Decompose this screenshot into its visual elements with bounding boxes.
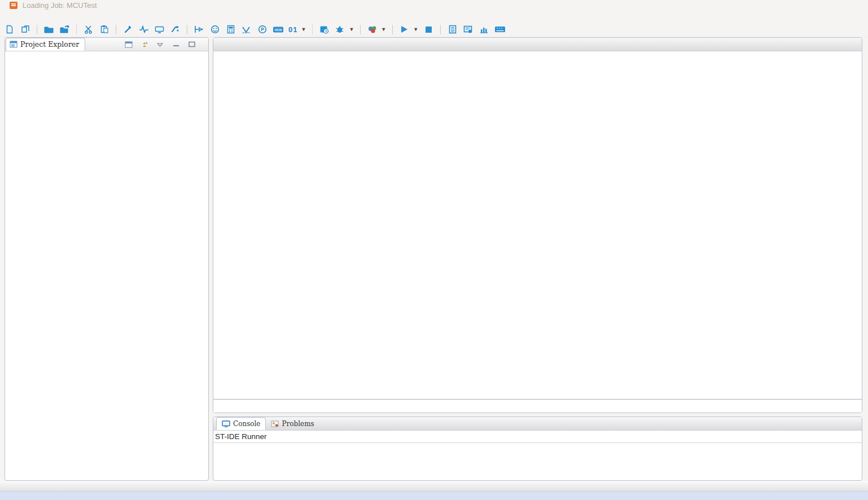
calculator-icon[interactable] bbox=[225, 24, 236, 35]
signal-route-icon[interactable] bbox=[170, 24, 181, 35]
calipers-icon[interactable] bbox=[194, 24, 204, 35]
monitor-icon[interactable] bbox=[154, 24, 165, 35]
toolbar-separator bbox=[187, 25, 187, 34]
smiley-icon[interactable] bbox=[209, 24, 220, 35]
waveform-icon[interactable] bbox=[138, 24, 149, 35]
resources-icon[interactable] bbox=[367, 24, 378, 35]
config-view-icon[interactable] bbox=[463, 24, 474, 35]
wafer-check-icon[interactable] bbox=[241, 24, 252, 35]
svg-text:VCD: VCD bbox=[274, 28, 282, 32]
maximize-icon[interactable] bbox=[187, 40, 196, 49]
view-menu-icon[interactable] bbox=[156, 40, 164, 49]
toolbar-separator bbox=[312, 25, 313, 34]
main-toolbar: P VCD 01 ▼ ▼ ▼ ▼ bbox=[0, 22, 868, 37]
project-explorer-panel: Project Explorer bbox=[5, 37, 209, 481]
pattern-counter-caret-icon[interactable]: ▼ bbox=[301, 27, 306, 32]
toolbar-separator bbox=[116, 25, 116, 34]
console-output bbox=[213, 443, 862, 445]
menubar bbox=[0, 10, 868, 22]
window-title: Loading Job: MCUTest bbox=[23, 1, 97, 10]
editor-content bbox=[213, 51, 862, 413]
toolbar-separator bbox=[37, 25, 37, 34]
status-bar bbox=[0, 481, 868, 491]
debug-bug-icon[interactable] bbox=[335, 24, 345, 35]
cut-icon[interactable] bbox=[83, 24, 94, 35]
toolbar-separator bbox=[360, 25, 361, 34]
scheduler-icon[interactable] bbox=[319, 24, 330, 35]
focus-view-icon[interactable] bbox=[124, 40, 133, 49]
titlebar: Loading Job: MCUTest bbox=[0, 0, 868, 10]
sheet-tabs bbox=[213, 399, 862, 413]
toolbar-separator bbox=[76, 25, 77, 34]
bottom-strip bbox=[0, 491, 868, 500]
chart-view-icon[interactable] bbox=[479, 24, 489, 35]
console-panel: Console Problems ST-IDE Runner bbox=[213, 416, 862, 481]
console-tabstrip: Console Problems bbox=[213, 417, 862, 431]
tab-project-explorer[interactable]: Project Explorer bbox=[6, 38, 85, 51]
console-runner-label: ST-IDE Runner bbox=[213, 431, 862, 443]
project-tree bbox=[5, 51, 208, 480]
tab-project-explorer-label: Project Explorer bbox=[20, 40, 79, 49]
export-job-icon[interactable] bbox=[59, 24, 70, 35]
tab-console[interactable]: Console bbox=[216, 417, 266, 430]
editor-panel bbox=[213, 37, 862, 413]
open-job-icon[interactable] bbox=[43, 24, 54, 35]
tab-problems[interactable]: Problems bbox=[266, 417, 319, 430]
console-icon bbox=[222, 420, 230, 427]
project-explorer-header: Project Explorer bbox=[5, 38, 208, 51]
stop-icon[interactable] bbox=[423, 24, 434, 35]
tab-problems-label: Problems bbox=[282, 420, 314, 428]
save-all-icon[interactable] bbox=[20, 24, 30, 35]
new-file-icon[interactable] bbox=[4, 24, 15, 35]
log-view-icon[interactable] bbox=[447, 24, 458, 35]
svg-text:P: P bbox=[261, 27, 264, 32]
panel-view-icon[interactable] bbox=[494, 24, 505, 35]
problems-icon bbox=[271, 420, 279, 427]
vcd-icon[interactable]: VCD bbox=[273, 24, 283, 35]
toolbar-separator bbox=[392, 25, 393, 34]
run-icon[interactable] bbox=[399, 24, 410, 35]
collapse-all-icon[interactable] bbox=[140, 40, 148, 49]
tools-wrench-icon[interactable] bbox=[122, 24, 133, 35]
explorer-icon bbox=[10, 41, 17, 48]
toolbar-separator bbox=[440, 25, 441, 34]
minimize-icon[interactable] bbox=[172, 40, 180, 49]
pattern-p-icon[interactable]: P bbox=[257, 24, 268, 35]
debug-caret-icon[interactable]: ▼ bbox=[349, 27, 354, 32]
pattern-counter[interactable]: 01 bbox=[288, 25, 297, 34]
editor-tabstrip bbox=[213, 38, 862, 51]
resources-caret-icon[interactable]: ▼ bbox=[381, 27, 386, 32]
run-caret-icon[interactable]: ▼ bbox=[413, 27, 418, 32]
tab-console-label: Console bbox=[233, 420, 260, 428]
paste-icon[interactable] bbox=[99, 24, 109, 35]
app-icon bbox=[10, 2, 17, 9]
